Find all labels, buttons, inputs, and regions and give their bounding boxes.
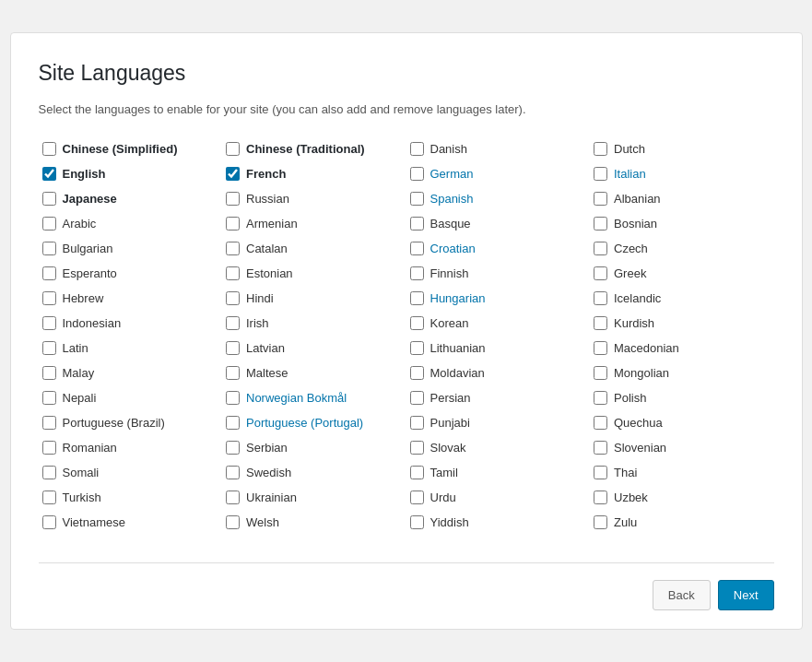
language-checkbox-french[interactable] bbox=[226, 167, 240, 181]
language-checkbox-persian[interactable] bbox=[410, 391, 424, 405]
language-label-icelandic[interactable]: Icelandic bbox=[614, 291, 661, 305]
language-checkbox-portuguese-portugal[interactable] bbox=[226, 416, 240, 430]
language-label-slovak[interactable]: Slovak bbox=[430, 441, 466, 455]
language-label-portuguese-brazil[interactable]: Portuguese (Brazil) bbox=[63, 416, 165, 430]
language-checkbox-quechua[interactable] bbox=[594, 416, 607, 430]
language-checkbox-chinese-simplified[interactable] bbox=[42, 142, 56, 156]
language-label-malay[interactable]: Malay bbox=[63, 366, 95, 380]
language-label-yiddish[interactable]: Yiddish bbox=[430, 515, 469, 529]
language-label-italian[interactable]: Italian bbox=[614, 167, 646, 181]
language-checkbox-estonian[interactable] bbox=[226, 266, 240, 280]
language-label-korean[interactable]: Korean bbox=[430, 316, 469, 330]
language-label-punjabi[interactable]: Punjabi bbox=[430, 416, 470, 430]
language-label-hungarian[interactable]: Hungarian bbox=[430, 291, 486, 305]
language-label-english[interactable]: English bbox=[63, 167, 106, 181]
language-checkbox-norwegian-bokmal[interactable] bbox=[226, 391, 240, 405]
language-checkbox-basque[interactable] bbox=[410, 217, 424, 231]
language-label-esperanto[interactable]: Esperanto bbox=[63, 266, 117, 280]
language-label-estonian[interactable]: Estonian bbox=[246, 266, 293, 280]
language-checkbox-chinese-traditional[interactable] bbox=[226, 142, 240, 156]
language-checkbox-thai[interactable] bbox=[594, 466, 607, 479]
language-checkbox-danish[interactable] bbox=[410, 142, 424, 156]
language-label-moldavian[interactable]: Moldavian bbox=[430, 366, 485, 380]
language-checkbox-icelandic[interactable] bbox=[594, 291, 607, 305]
language-checkbox-lithuanian[interactable] bbox=[410, 341, 424, 355]
language-label-hebrew[interactable]: Hebrew bbox=[63, 291, 104, 305]
language-label-persian[interactable]: Persian bbox=[430, 391, 471, 405]
language-label-mongolian[interactable]: Mongolian bbox=[614, 366, 669, 380]
language-checkbox-catalan[interactable] bbox=[226, 242, 240, 255]
language-checkbox-indonesian[interactable] bbox=[42, 316, 56, 330]
language-checkbox-hindi[interactable] bbox=[226, 291, 240, 305]
language-checkbox-urdu[interactable] bbox=[410, 491, 424, 504]
language-label-tamil[interactable]: Tamil bbox=[430, 466, 458, 479]
language-label-basque[interactable]: Basque bbox=[430, 217, 471, 231]
language-checkbox-uzbek[interactable] bbox=[594, 491, 607, 504]
language-checkbox-russian[interactable] bbox=[226, 192, 240, 206]
language-checkbox-slovenian[interactable] bbox=[594, 441, 607, 455]
language-label-welsh[interactable]: Welsh bbox=[246, 515, 279, 529]
language-label-german[interactable]: German bbox=[430, 167, 474, 181]
language-checkbox-italian[interactable] bbox=[594, 167, 607, 181]
language-checkbox-bulgarian[interactable] bbox=[42, 242, 56, 255]
language-checkbox-moldavian[interactable] bbox=[410, 366, 424, 380]
language-checkbox-serbian[interactable] bbox=[226, 441, 240, 455]
language-checkbox-latvian[interactable] bbox=[226, 341, 240, 355]
language-checkbox-nepali[interactable] bbox=[42, 391, 56, 405]
language-label-dutch[interactable]: Dutch bbox=[614, 142, 645, 156]
language-label-swedish[interactable]: Swedish bbox=[246, 466, 291, 479]
language-checkbox-romanian[interactable] bbox=[42, 441, 56, 455]
language-checkbox-somali[interactable] bbox=[42, 466, 56, 479]
language-checkbox-spanish[interactable] bbox=[410, 192, 424, 206]
language-checkbox-esperanto[interactable] bbox=[42, 266, 56, 280]
language-checkbox-turkish[interactable] bbox=[42, 491, 56, 504]
language-checkbox-vietnamese[interactable] bbox=[42, 515, 56, 529]
language-label-polish[interactable]: Polish bbox=[614, 391, 646, 405]
language-label-arabic[interactable]: Arabic bbox=[63, 217, 97, 231]
language-checkbox-macedonian[interactable] bbox=[594, 341, 607, 355]
language-label-greek[interactable]: Greek bbox=[614, 266, 646, 280]
language-label-spanish[interactable]: Spanish bbox=[430, 192, 474, 206]
language-label-norwegian-bokmal[interactable]: Norwegian Bokmål bbox=[246, 391, 347, 405]
language-checkbox-arabic[interactable] bbox=[42, 217, 56, 231]
language-checkbox-english[interactable] bbox=[42, 167, 56, 181]
language-checkbox-finnish[interactable] bbox=[410, 266, 424, 280]
language-label-chinese-simplified[interactable]: Chinese (Simplified) bbox=[63, 142, 178, 156]
language-label-vietnamese[interactable]: Vietnamese bbox=[63, 515, 125, 529]
language-label-japanese[interactable]: Japanese bbox=[63, 192, 117, 206]
language-checkbox-croatian[interactable] bbox=[410, 242, 424, 255]
language-label-bulgarian[interactable]: Bulgarian bbox=[63, 242, 113, 255]
language-label-urdu[interactable]: Urdu bbox=[430, 491, 456, 504]
language-checkbox-irish[interactable] bbox=[226, 316, 240, 330]
language-label-russian[interactable]: Russian bbox=[246, 192, 289, 206]
language-checkbox-dutch[interactable] bbox=[594, 142, 607, 156]
language-checkbox-korean[interactable] bbox=[410, 316, 424, 330]
language-label-romanian[interactable]: Romanian bbox=[63, 441, 117, 455]
language-checkbox-tamil[interactable] bbox=[410, 466, 424, 479]
language-checkbox-german[interactable] bbox=[410, 167, 424, 181]
language-label-nepali[interactable]: Nepali bbox=[63, 391, 97, 405]
language-label-latvian[interactable]: Latvian bbox=[246, 341, 285, 355]
language-label-macedonian[interactable]: Macedonian bbox=[614, 341, 679, 355]
language-checkbox-bosnian[interactable] bbox=[594, 217, 607, 231]
language-checkbox-hebrew[interactable] bbox=[42, 291, 56, 305]
language-checkbox-japanese[interactable] bbox=[42, 192, 56, 206]
language-label-uzbek[interactable]: Uzbek bbox=[614, 491, 648, 504]
language-label-thai[interactable]: Thai bbox=[614, 466, 637, 479]
language-label-quechua[interactable]: Quechua bbox=[614, 416, 663, 430]
next-button[interactable]: Next bbox=[718, 580, 774, 610]
language-label-portuguese-portugal[interactable]: Portuguese (Portugal) bbox=[246, 416, 363, 430]
language-label-zulu[interactable]: Zulu bbox=[614, 515, 637, 529]
language-checkbox-hungarian[interactable] bbox=[410, 291, 424, 305]
language-label-latin[interactable]: Latin bbox=[63, 341, 88, 355]
language-label-slovenian[interactable]: Slovenian bbox=[614, 441, 666, 455]
language-label-armenian[interactable]: Armenian bbox=[246, 217, 298, 231]
language-label-albanian[interactable]: Albanian bbox=[614, 192, 661, 206]
language-checkbox-kurdish[interactable] bbox=[594, 316, 607, 330]
back-button[interactable]: Back bbox=[653, 580, 711, 610]
language-checkbox-latin[interactable] bbox=[42, 341, 56, 355]
language-label-danish[interactable]: Danish bbox=[430, 142, 467, 156]
language-label-bosnian[interactable]: Bosnian bbox=[614, 217, 657, 231]
language-checkbox-polish[interactable] bbox=[594, 391, 607, 405]
language-checkbox-punjabi[interactable] bbox=[410, 416, 424, 430]
